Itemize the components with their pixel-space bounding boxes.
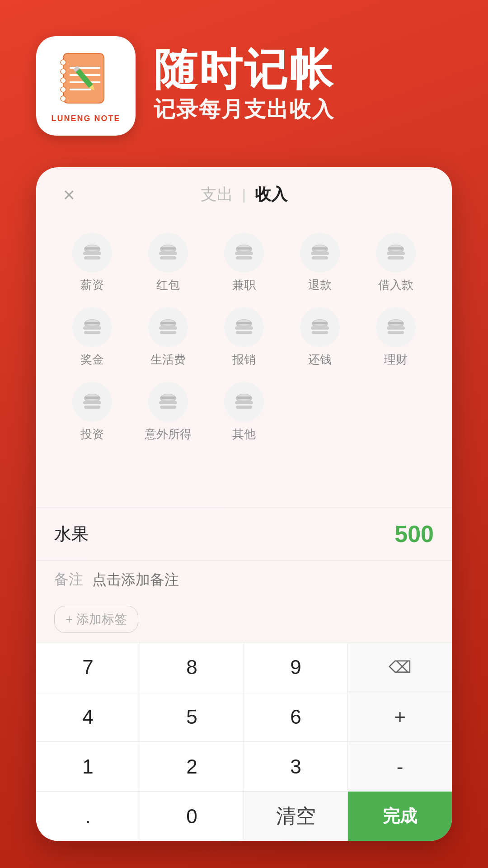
category-label-jiangjin: 奖金 bbox=[80, 352, 104, 368]
category-label-tuikuan: 退款 bbox=[308, 277, 332, 293]
category-icon-jianzhi bbox=[224, 233, 264, 273]
phone-card: × 支出 | 收入 薪资 红包 bbox=[36, 167, 452, 841]
svg-rect-63 bbox=[388, 322, 404, 324]
category-icon-touzi bbox=[72, 382, 112, 422]
app-icon: LUNENG NOTE bbox=[36, 36, 136, 136]
category-icon-licai bbox=[376, 307, 416, 347]
category-label-jierukuan: 借入款 bbox=[378, 277, 413, 293]
svg-rect-24 bbox=[236, 256, 252, 259]
category-item-yiwai[interactable]: 意外所得 bbox=[130, 375, 206, 449]
tab-income[interactable]: 收入 bbox=[255, 184, 287, 206]
svg-rect-74 bbox=[236, 406, 252, 409]
category-item-touzi[interactable]: 投资 bbox=[54, 375, 130, 449]
category-icon-baoxiao bbox=[224, 307, 264, 347]
keypad: 789⌫456+123-.0清空完成 bbox=[36, 642, 452, 841]
tag-row: + 添加标签 bbox=[36, 599, 452, 642]
category-icon-jiangjin bbox=[72, 307, 112, 347]
backspace-icon: ⌫ bbox=[389, 658, 412, 677]
category-item-hongbao[interactable]: 红包 bbox=[130, 226, 206, 300]
categories-grid: 薪资 红包 兼职 退款 bbox=[36, 217, 452, 454]
svg-rect-68 bbox=[84, 396, 100, 399]
svg-rect-28 bbox=[236, 247, 252, 250]
header-text: 随时记帐 记录每月支出收入 bbox=[154, 48, 334, 124]
tabs: 支出 | 收入 bbox=[63, 184, 425, 206]
key-backspace[interactable]: ⌫ bbox=[348, 642, 452, 692]
svg-rect-43 bbox=[84, 322, 100, 324]
tab-bar: × 支出 | 收入 bbox=[36, 167, 452, 217]
svg-rect-53 bbox=[236, 322, 252, 324]
header: LUNENG NOTE 随时记帐 记录每月支出收入 bbox=[0, 0, 488, 163]
category-label-qita: 其他 bbox=[232, 426, 256, 442]
category-label-xinchou: 薪资 bbox=[80, 277, 104, 293]
category-item-jierukuan[interactable]: 借入款 bbox=[358, 226, 434, 300]
tab-expense[interactable]: 支出 bbox=[201, 184, 233, 206]
category-icon-shenghuo bbox=[148, 307, 188, 347]
key-operator-minus[interactable]: - bbox=[348, 741, 452, 791]
key-3[interactable]: 3 bbox=[244, 741, 348, 791]
category-item-tuikuan[interactable]: 退款 bbox=[282, 226, 358, 300]
svg-rect-18 bbox=[84, 247, 100, 250]
svg-point-1 bbox=[61, 60, 66, 65]
svg-rect-78 bbox=[236, 396, 252, 399]
header-title: 随时记帐 bbox=[154, 48, 334, 91]
svg-point-3 bbox=[61, 78, 66, 83]
svg-rect-29 bbox=[312, 256, 328, 259]
svg-rect-14 bbox=[84, 256, 100, 259]
category-item-xinchou[interactable]: 薪资 bbox=[54, 226, 130, 300]
category-label-shenghuo: 生活费 bbox=[150, 352, 186, 368]
key-5[interactable]: 5 bbox=[140, 692, 244, 741]
category-icon-xinchou bbox=[72, 233, 112, 273]
svg-rect-33 bbox=[312, 247, 328, 250]
add-tag-button[interactable]: + 添加标签 bbox=[54, 606, 138, 633]
svg-rect-73 bbox=[160, 396, 176, 399]
key-done[interactable]: 完成 bbox=[348, 791, 452, 841]
close-button[interactable]: × bbox=[63, 184, 75, 206]
svg-point-5 bbox=[61, 96, 66, 101]
category-label-licai: 理财 bbox=[384, 352, 408, 368]
key-operator-plus[interactable]: + bbox=[348, 692, 452, 741]
category-label-huanqian: 还钱 bbox=[308, 352, 332, 368]
svg-rect-38 bbox=[388, 247, 404, 250]
svg-rect-44 bbox=[160, 331, 176, 334]
category-item-jianzhi[interactable]: 兼职 bbox=[206, 226, 282, 300]
svg-rect-34 bbox=[388, 256, 404, 259]
key-7[interactable]: 7 bbox=[36, 642, 140, 692]
svg-rect-19 bbox=[160, 256, 176, 259]
note-prefix: 备注 bbox=[54, 570, 83, 590]
note-row: 备注 bbox=[36, 560, 452, 599]
key-1[interactable]: 1 bbox=[36, 741, 140, 791]
svg-rect-49 bbox=[236, 331, 252, 334]
amount-label: 水果 bbox=[54, 523, 89, 546]
amount-row: 水果 500 bbox=[36, 508, 452, 560]
category-label-jianzhi: 兼职 bbox=[232, 277, 256, 293]
category-icon-yiwai bbox=[148, 382, 188, 422]
key-9[interactable]: 9 bbox=[244, 642, 348, 692]
svg-rect-59 bbox=[388, 331, 404, 334]
category-label-touzi: 投资 bbox=[80, 426, 104, 442]
svg-point-2 bbox=[61, 69, 66, 74]
key-4[interactable]: 4 bbox=[36, 692, 140, 741]
category-label-hongbao: 红包 bbox=[156, 277, 180, 293]
category-item-qita[interactable]: 其他 bbox=[206, 375, 282, 449]
svg-rect-54 bbox=[312, 331, 328, 334]
key-clear[interactable]: 清空 bbox=[244, 791, 348, 841]
amount-value: 500 bbox=[394, 520, 434, 547]
svg-rect-48 bbox=[160, 322, 176, 324]
category-item-baoxiao[interactable]: 报销 bbox=[206, 300, 282, 375]
category-item-jiangjin[interactable]: 奖金 bbox=[54, 300, 130, 375]
header-subtitle: 记录每月支出收入 bbox=[154, 95, 334, 124]
category-icon-tuikuan bbox=[300, 233, 340, 273]
note-input[interactable] bbox=[92, 571, 434, 588]
category-item-shenghuo[interactable]: 生活费 bbox=[130, 300, 206, 375]
key-2[interactable]: 2 bbox=[140, 741, 244, 791]
svg-rect-39 bbox=[84, 331, 100, 334]
category-icon-huanqian bbox=[300, 307, 340, 347]
svg-rect-23 bbox=[160, 247, 176, 250]
category-item-huanqian[interactable]: 还钱 bbox=[282, 300, 358, 375]
app-icon-label: LUNENG NOTE bbox=[51, 114, 120, 123]
key-8[interactable]: 8 bbox=[140, 642, 244, 692]
category-item-licai[interactable]: 理财 bbox=[358, 300, 434, 375]
key-6[interactable]: 6 bbox=[244, 692, 348, 741]
key-0[interactable]: 0 bbox=[140, 791, 244, 841]
key-.[interactable]: . bbox=[36, 791, 140, 841]
